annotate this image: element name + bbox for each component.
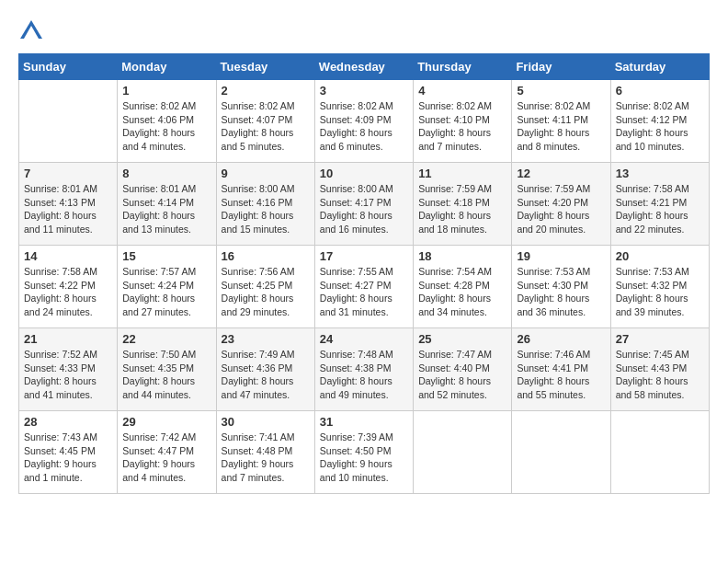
day-of-week-header: Tuesday: [216, 54, 314, 80]
calendar-week-row: 1Sunrise: 8:02 AMSunset: 4:06 PMDaylight…: [19, 80, 710, 163]
day-info: Sunrise: 7:54 AMSunset: 4:28 PMDaylight:…: [418, 265, 506, 319]
day-info: Sunrise: 8:02 AMSunset: 4:12 PMDaylight:…: [616, 99, 704, 154]
calendar-week-row: 14Sunrise: 7:58 AMSunset: 4:22 PMDayligh…: [19, 246, 710, 328]
day-number: 20: [616, 249, 704, 263]
calendar-day-cell: 5Sunrise: 8:02 AMSunset: 4:11 PMDaylight…: [512, 80, 610, 163]
day-info: Sunrise: 7:53 AMSunset: 4:30 PMDaylight:…: [517, 265, 605, 319]
day-of-week-header: Saturday: [610, 54, 709, 80]
calendar-table: SundayMondayTuesdayWednesdayThursdayFrid…: [18, 53, 710, 494]
calendar-day-cell: 25Sunrise: 7:47 AMSunset: 4:40 PMDayligh…: [414, 328, 512, 411]
day-info: Sunrise: 7:59 AMSunset: 4:18 PMDaylight:…: [418, 182, 506, 236]
day-of-week-header: Wednesday: [314, 54, 413, 80]
calendar-day-cell: 11Sunrise: 7:59 AMSunset: 4:18 PMDayligh…: [414, 163, 512, 246]
day-number: 29: [122, 415, 210, 429]
calendar-day-cell: 4Sunrise: 8:02 AMSunset: 4:10 PMDaylight…: [414, 80, 512, 163]
day-info: Sunrise: 7:49 AMSunset: 4:36 PMDaylight:…: [222, 348, 310, 402]
day-number: 5: [517, 84, 605, 98]
day-info: Sunrise: 8:02 AMSunset: 4:06 PMDaylight:…: [122, 99, 210, 154]
day-info: Sunrise: 8:01 AMSunset: 4:13 PMDaylight:…: [24, 182, 112, 236]
day-info: Sunrise: 7:59 AMSunset: 4:20 PMDaylight:…: [517, 182, 605, 236]
day-info: Sunrise: 8:02 AMSunset: 4:11 PMDaylight:…: [517, 99, 605, 154]
day-of-week-header: Sunday: [19, 54, 118, 80]
calendar-day-cell: 14Sunrise: 7:58 AMSunset: 4:22 PMDayligh…: [19, 246, 118, 328]
day-number: 28: [24, 415, 112, 429]
day-number: 21: [24, 332, 112, 346]
calendar-day-cell: 27Sunrise: 7:45 AMSunset: 4:43 PMDayligh…: [610, 328, 709, 411]
day-number: 13: [616, 167, 704, 180]
calendar-day-cell: 29Sunrise: 7:42 AMSunset: 4:47 PMDayligh…: [118, 411, 216, 494]
day-info: Sunrise: 7:55 AMSunset: 4:27 PMDaylight:…: [320, 265, 408, 319]
day-info: Sunrise: 7:56 AMSunset: 4:25 PMDaylight:…: [222, 265, 310, 319]
calendar-day-cell: 9Sunrise: 8:00 AMSunset: 4:16 PMDaylight…: [216, 163, 314, 246]
day-info: Sunrise: 8:01 AMSunset: 4:14 PMDaylight:…: [122, 182, 210, 236]
calendar-day-cell: 16Sunrise: 7:56 AMSunset: 4:25 PMDayligh…: [216, 246, 314, 328]
day-number: 10: [320, 167, 408, 180]
day-info: Sunrise: 7:42 AMSunset: 4:47 PMDaylight:…: [122, 431, 210, 485]
day-of-week-header: Friday: [512, 54, 610, 80]
calendar-day-cell: 15Sunrise: 7:57 AMSunset: 4:24 PMDayligh…: [118, 246, 216, 328]
logo-icon: [18, 18, 44, 44]
day-number: 23: [222, 332, 310, 346]
day-number: 12: [517, 167, 605, 180]
calendar-day-cell: 23Sunrise: 7:49 AMSunset: 4:36 PMDayligh…: [216, 328, 314, 411]
day-number: 15: [122, 249, 210, 263]
calendar-day-cell: 22Sunrise: 7:50 AMSunset: 4:35 PMDayligh…: [118, 328, 216, 411]
day-info: Sunrise: 7:58 AMSunset: 4:22 PMDaylight:…: [24, 265, 112, 319]
calendar-header-row: SundayMondayTuesdayWednesdayThursdayFrid…: [19, 54, 710, 80]
calendar-day-cell: 19Sunrise: 7:53 AMSunset: 4:30 PMDayligh…: [512, 246, 610, 328]
day-info: Sunrise: 7:52 AMSunset: 4:33 PMDaylight:…: [24, 348, 112, 402]
day-info: Sunrise: 7:46 AMSunset: 4:41 PMDaylight:…: [517, 348, 605, 402]
day-of-week-header: Monday: [118, 54, 216, 80]
day-number: 7: [24, 167, 112, 180]
day-number: 18: [418, 249, 506, 263]
day-number: 22: [122, 332, 210, 346]
calendar-day-cell: 18Sunrise: 7:54 AMSunset: 4:28 PMDayligh…: [414, 246, 512, 328]
calendar-day-cell: 1Sunrise: 8:02 AMSunset: 4:06 PMDaylight…: [118, 80, 216, 163]
day-number: 14: [24, 249, 112, 263]
day-info: Sunrise: 7:39 AMSunset: 4:50 PMDaylight:…: [320, 431, 408, 485]
logo: [18, 18, 46, 44]
calendar-day-cell: 3Sunrise: 8:02 AMSunset: 4:09 PMDaylight…: [314, 80, 413, 163]
calendar-day-cell: 13Sunrise: 7:58 AMSunset: 4:21 PMDayligh…: [610, 163, 709, 246]
day-info: Sunrise: 7:57 AMSunset: 4:24 PMDaylight:…: [122, 265, 210, 319]
calendar-day-cell: 10Sunrise: 8:00 AMSunset: 4:17 PMDayligh…: [314, 163, 413, 246]
day-number: 30: [222, 415, 310, 429]
calendar-day-cell: 24Sunrise: 7:48 AMSunset: 4:38 PMDayligh…: [314, 328, 413, 411]
day-info: Sunrise: 7:50 AMSunset: 4:35 PMDaylight:…: [122, 348, 210, 402]
day-info: Sunrise: 8:02 AMSunset: 4:10 PMDaylight:…: [418, 99, 506, 154]
calendar-day-cell: [414, 411, 512, 494]
day-number: 2: [222, 84, 310, 98]
day-info: Sunrise: 7:41 AMSunset: 4:48 PMDaylight:…: [222, 431, 310, 485]
calendar-week-row: 7Sunrise: 8:01 AMSunset: 4:13 PMDaylight…: [19, 163, 710, 246]
day-number: 11: [418, 167, 506, 180]
calendar-day-cell: 26Sunrise: 7:46 AMSunset: 4:41 PMDayligh…: [512, 328, 610, 411]
day-number: 8: [122, 167, 210, 180]
day-info: Sunrise: 7:58 AMSunset: 4:21 PMDaylight:…: [616, 182, 704, 236]
day-number: 31: [320, 415, 408, 429]
day-info: Sunrise: 7:45 AMSunset: 4:43 PMDaylight:…: [616, 348, 704, 402]
calendar-week-row: 21Sunrise: 7:52 AMSunset: 4:33 PMDayligh…: [19, 328, 710, 411]
calendar-day-cell: 31Sunrise: 7:39 AMSunset: 4:50 PMDayligh…: [314, 411, 413, 494]
calendar-day-cell: 30Sunrise: 7:41 AMSunset: 4:48 PMDayligh…: [216, 411, 314, 494]
day-number: 6: [616, 84, 704, 98]
calendar-day-cell: 20Sunrise: 7:53 AMSunset: 4:32 PMDayligh…: [610, 246, 709, 328]
day-info: Sunrise: 7:43 AMSunset: 4:45 PMDaylight:…: [24, 431, 112, 485]
day-number: 27: [616, 332, 704, 346]
day-info: Sunrise: 8:00 AMSunset: 4:17 PMDaylight:…: [320, 182, 408, 236]
day-number: 19: [517, 249, 605, 263]
day-number: 26: [517, 332, 605, 346]
day-info: Sunrise: 7:47 AMSunset: 4:40 PMDaylight:…: [418, 348, 506, 402]
day-of-week-header: Thursday: [414, 54, 512, 80]
calendar-day-cell: 28Sunrise: 7:43 AMSunset: 4:45 PMDayligh…: [19, 411, 118, 494]
day-number: 17: [320, 249, 408, 263]
calendar-day-cell: 7Sunrise: 8:01 AMSunset: 4:13 PMDaylight…: [19, 163, 118, 246]
day-number: 3: [320, 84, 408, 98]
calendar-day-cell: [19, 80, 118, 163]
day-number: 16: [222, 249, 310, 263]
calendar-day-cell: 12Sunrise: 7:59 AMSunset: 4:20 PMDayligh…: [512, 163, 610, 246]
calendar-day-cell: 2Sunrise: 8:02 AMSunset: 4:07 PMDaylight…: [216, 80, 314, 163]
calendar-day-cell: [512, 411, 610, 494]
day-number: 4: [418, 84, 506, 98]
day-info: Sunrise: 8:02 AMSunset: 4:07 PMDaylight:…: [222, 99, 310, 154]
calendar-week-row: 28Sunrise: 7:43 AMSunset: 4:45 PMDayligh…: [19, 411, 710, 494]
